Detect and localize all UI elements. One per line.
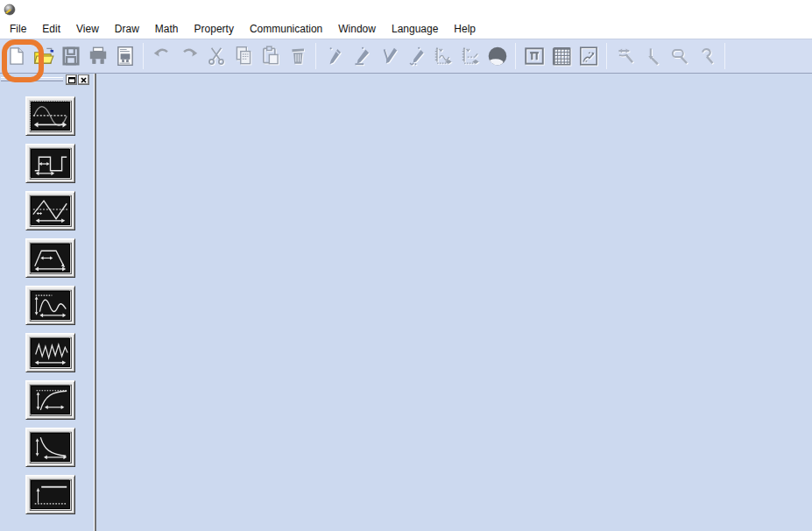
redo-icon [178, 45, 201, 67]
zoom-vertical-button[interactable] [639, 42, 666, 70]
zoom-undo-button[interactable] [693, 42, 720, 70]
draw-freehand-button[interactable] [348, 42, 375, 70]
save-floppy-icon [60, 45, 82, 67]
sphere-icon [486, 45, 509, 67]
print-preview-button[interactable] [111, 42, 138, 70]
zoom-horizontal-button[interactable] [611, 42, 639, 70]
gaussian-wave-icon [32, 292, 69, 319]
draw-ellipse-button[interactable] [484, 42, 511, 70]
trapezoid-wave-icon [32, 244, 69, 272]
toolbar-separator [724, 43, 725, 69]
toolbar-separator [143, 43, 144, 69]
open-file-button[interactable] [30, 42, 57, 70]
menu-communication[interactable]: Communication [242, 20, 330, 38]
waveform-exponential-decay-button[interactable] [25, 428, 75, 467]
palette-titlebar [0, 74, 94, 93]
new-file-button[interactable] [3, 42, 30, 70]
print-preview-icon [114, 45, 137, 67]
app-window: File Edit View Draw Math Property Commun… [0, 0, 812, 531]
new-file-icon [5, 45, 28, 67]
close-icon [81, 77, 87, 83]
zoom-undo-icon [695, 45, 718, 67]
draw-points-button[interactable] [402, 42, 429, 70]
copy-icon [232, 45, 255, 67]
scissors-icon [205, 45, 228, 67]
menu-help[interactable]: Help [446, 20, 484, 38]
graph-setup-button[interactable] [575, 42, 602, 70]
axis-dots-icon [459, 45, 482, 67]
palette-close-button[interactable] [78, 74, 89, 85]
menu-draw[interactable]: Draw [107, 20, 147, 38]
pencil-points-icon [405, 45, 427, 67]
zoom-vertical-icon [641, 45, 664, 67]
marker-button[interactable] [520, 42, 547, 70]
exponential-decay-icon [32, 434, 69, 461]
menu-property[interactable]: Property [187, 20, 242, 38]
undo-icon [151, 45, 173, 67]
save-file-button[interactable] [57, 42, 84, 70]
graph-box-icon [577, 45, 600, 67]
undo-button[interactable] [148, 42, 175, 70]
waveform-button-column [0, 96, 94, 514]
content-area [0, 74, 812, 531]
menu-edit[interactable]: Edit [34, 20, 68, 38]
dc-level-icon [32, 481, 69, 508]
waveform-dc-level-button[interactable] [25, 475, 75, 514]
grid-icon [550, 45, 573, 67]
redo-button[interactable] [175, 42, 202, 70]
zoom-horizontal-icon [614, 45, 637, 67]
drawing-canvas[interactable] [96, 74, 812, 531]
triangle-wave-icon [32, 197, 69, 224]
menu-file[interactable]: File [2, 20, 34, 38]
sine-wave-icon [32, 103, 69, 130]
square-wave-icon [32, 150, 69, 177]
open-folder-icon [32, 45, 55, 67]
pencil-freehand-icon [350, 45, 373, 67]
titlebar [0, 0, 812, 19]
expand-icon [68, 77, 75, 83]
noise-wave-icon [32, 339, 69, 366]
edit-vertical-axis-button[interactable] [456, 42, 484, 70]
menu-math[interactable]: Math [147, 20, 187, 38]
toolbar-separator [315, 43, 316, 69]
exponential-rise-icon [32, 386, 69, 414]
toolbar [0, 39, 812, 74]
waveform-trapezoid-button[interactable] [25, 238, 75, 278]
toolbar-separator [606, 43, 607, 69]
delete-button[interactable] [284, 42, 311, 70]
draw-polyline-button[interactable] [375, 42, 402, 70]
grid-button[interactable] [547, 42, 575, 70]
zoom-out-icon [668, 45, 691, 67]
palette-expand-button[interactable] [66, 74, 77, 85]
edit-horizontal-axis-button[interactable] [429, 42, 456, 70]
waveform-sine-button[interactable] [25, 96, 75, 136]
menu-language[interactable]: Language [384, 20, 446, 38]
zoom-out-button[interactable] [666, 42, 693, 70]
menubar: File Edit View Draw Math Property Commun… [0, 19, 812, 39]
pencil-line-icon [323, 45, 346, 67]
paste-button[interactable] [257, 42, 284, 70]
waveform-gaussian-button[interactable] [25, 286, 75, 325]
waveform-noise-button[interactable] [25, 333, 75, 372]
app-icon [4, 4, 17, 17]
copy-button[interactable] [229, 42, 257, 70]
paste-icon [259, 45, 282, 67]
waveform-exponential-rise-button[interactable] [25, 380, 75, 420]
pencil-polyline-icon [378, 45, 400, 67]
axis-wave-icon [432, 45, 455, 67]
draw-line-button[interactable] [321, 42, 348, 70]
menu-view[interactable]: View [68, 20, 107, 38]
printer-icon [87, 45, 109, 67]
cut-button[interactable] [202, 42, 229, 70]
menu-window[interactable]: Window [330, 20, 384, 38]
trash-icon [286, 45, 309, 67]
waveform-triangle-button[interactable] [25, 191, 75, 230]
waveform-palette [0, 74, 94, 531]
toolbar-separator [515, 43, 516, 69]
palette-gripper[interactable] [1, 77, 63, 81]
pi-box-icon [523, 45, 546, 67]
print-button[interactable] [84, 42, 111, 70]
waveform-square-button[interactable] [25, 144, 75, 183]
